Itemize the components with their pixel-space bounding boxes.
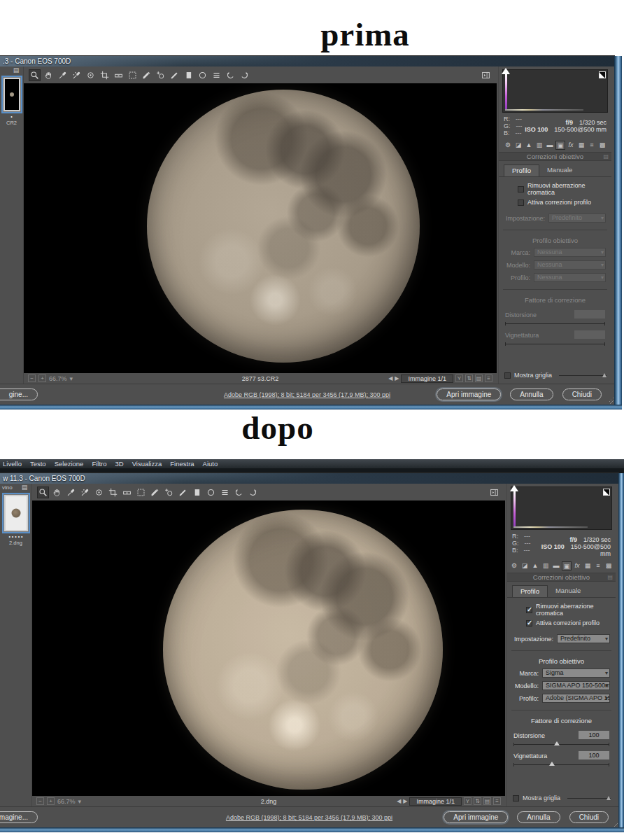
color-sampler-tool-icon[interactable] [71,69,83,81]
white-balance-tool-icon[interactable] [57,69,69,81]
shadow-clipping-icon[interactable] [502,68,510,74]
sort-icon[interactable]: ⇅ [474,797,481,805]
window-titlebar[interactable]: w 11.3 - Canon EOS 700D [0,473,618,484]
red-eye-tool-icon[interactable] [163,486,175,498]
straighten-tool-icon[interactable] [121,486,133,498]
vignetting-slider[interactable] [505,344,605,344]
open-image-button[interactable]: Apri immagine [444,811,508,823]
tab-profilo[interactable]: Profilo [512,585,548,597]
sort-icon[interactable]: ⇅ [465,374,473,382]
white-balance-tool-icon[interactable] [65,486,77,498]
setting-dropdown[interactable]: Predefinito▾ [548,214,606,223]
hand-tool-icon[interactable] [43,69,55,81]
zoom-out-button[interactable]: − [28,374,36,382]
next-image-button[interactable]: ▶ [403,798,407,804]
spot-removal-tool-icon[interactable] [141,69,153,81]
radial-filter-tool-icon[interactable] [197,69,208,81]
show-grid-checkbox[interactable] [504,372,511,379]
hand-tool-icon[interactable] [51,486,63,498]
straighten-tool-icon[interactable] [113,69,125,81]
list-view-icon[interactable]: ≡ [485,374,492,382]
targeted-adjustment-tool-icon[interactable] [85,69,97,81]
lens-corrections-tab-icon[interactable]: ▣ [562,561,572,570]
targeted-adjustment-tool-icon[interactable] [93,486,105,498]
section-menu-icon[interactable]: ▤ [607,573,613,582]
shadow-clipping-icon[interactable] [510,485,518,491]
enable-profile-corrections-checkbox[interactable] [518,200,524,206]
grid-size-slider[interactable] [567,798,611,799]
distortion-value[interactable] [574,310,605,318]
remove-chromatic-aberration-checkbox[interactable] [526,607,532,613]
lens-corrections-tab-icon[interactable]: ▣ [555,141,565,150]
snapshots-tab-icon[interactable]: ▩ [597,141,607,150]
window-titlebar[interactable]: .3 - Canon EOS 700D [0,56,614,66]
tab-manuale[interactable]: Manuale [539,164,580,176]
red-eye-tool-icon[interactable] [155,69,166,81]
distortion-slider[interactable] [513,744,609,745]
presets-tab-icon[interactable]: ≡ [587,141,597,150]
crop-tool-icon[interactable] [99,69,111,81]
menu-livello[interactable]: Livello [3,460,22,468]
grid-view-icon[interactable]: ▤ [475,374,483,382]
filmstrip-menu-icon[interactable]: ▤ [11,66,21,75]
split-toning-tab-icon[interactable]: ▬ [545,141,555,150]
preferences-icon[interactable] [219,486,231,498]
marca-dropdown[interactable]: Sigma▾ [542,668,610,678]
image-preview[interactable] [32,500,505,796]
graduated-filter-tool-icon[interactable] [183,69,194,81]
menu-filtro[interactable]: Filtro [92,460,106,468]
graduated-filter-tool-icon[interactable] [191,486,203,498]
spot-removal-tool-icon[interactable] [149,486,161,498]
profilo-dropdown[interactable]: Nessuna▾ [534,273,606,282]
split-toning-tab-icon[interactable]: ▬ [551,561,561,570]
color-sampler-tool-icon[interactable] [79,486,91,498]
distortion-value[interactable]: 100 [579,731,609,739]
zoom-level[interactable]: 66.7% [49,375,67,382]
tone-curve-tab-icon[interactable]: ◪ [513,141,523,150]
y-view-toggle[interactable]: Y [455,374,463,382]
distortion-slider[interactable] [505,323,605,324]
image-preview[interactable] [24,83,497,373]
toggle-fullscreen-icon[interactable] [488,486,500,498]
toggle-fullscreen-icon[interactable] [480,69,492,81]
filmstrip-menu-icon[interactable]: ▤ [20,483,29,492]
enable-profile-corrections-checkbox[interactable] [526,620,532,626]
basic-tab-icon[interactable]: ⚙ [503,141,513,150]
menu-aiuto[interactable]: Aiuto [203,460,218,468]
snapshots-tab-icon[interactable]: ▩ [604,561,614,570]
calibration-tab-icon[interactable]: ▦ [583,561,593,570]
effects-tab-icon[interactable]: fx [572,561,582,570]
tab-profilo[interactable]: Profilo [504,164,539,176]
cancel-button[interactable]: Annulla [517,811,560,823]
tab-manuale[interactable]: Manuale [548,585,588,597]
section-menu-icon[interactable]: ▤ [603,153,609,161]
close-button[interactable]: Chiudi [569,811,609,823]
tone-curve-tab-icon[interactable]: ◪ [520,561,530,570]
zoom-out-button[interactable]: − [36,797,44,805]
menu-selezione[interactable]: Selezione [55,460,84,468]
grid-view-icon[interactable]: ▤ [483,797,491,805]
thumbnail-selected[interactable] [2,493,30,533]
open-image-button[interactable]: Apri immagine [437,388,501,400]
zoom-tool-icon[interactable] [29,69,41,81]
list-view-icon[interactable]: ≡ [493,797,501,805]
marca-dropdown[interactable]: Nessuna▾ [534,248,606,257]
profilo-dropdown[interactable]: Adobe (SIGMA APO 150-500...▾ [542,694,610,703]
rotate-left-icon[interactable] [233,486,245,498]
vignetting-value[interactable]: 100 [579,751,609,760]
zoom-caret-icon[interactable]: ▾ [78,798,82,805]
zoom-in-button[interactable]: + [47,797,55,805]
zoom-level[interactable]: 66.7% [57,798,76,805]
calibration-tab-icon[interactable]: ▦ [576,141,586,150]
prev-image-button[interactable]: ◀ [388,375,392,382]
zoom-caret-icon[interactable]: ▾ [70,375,73,382]
resize-grip[interactable] [607,398,614,404]
presets-tab-icon[interactable]: ≡ [593,561,603,570]
zoom-tool-icon[interactable] [37,486,49,498]
menu-testo[interactable]: Testo [30,460,46,468]
preferences-icon[interactable] [211,69,222,81]
radial-filter-tool-icon[interactable] [205,486,217,498]
rotate-right-icon[interactable] [247,486,259,498]
cancel-button[interactable]: Annulla [510,388,553,400]
vignetting-value[interactable] [574,330,605,339]
